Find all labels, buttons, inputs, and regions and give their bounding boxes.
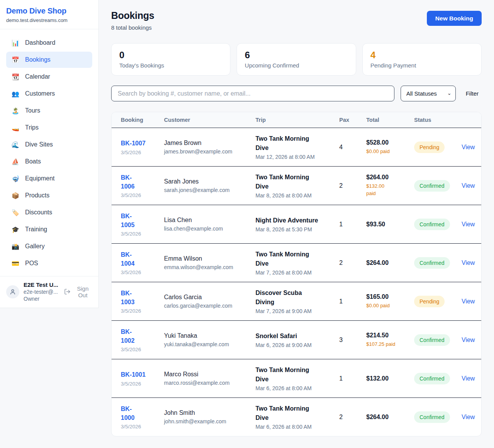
sidebar-item-label: Dashboard (25, 39, 55, 46)
customer-name: Lisa Chen (164, 217, 250, 224)
total-amount: $264.00 (366, 414, 409, 421)
customer-email: emma.wilson@example.com (164, 264, 250, 270)
page-header: Bookings 8 total bookings New Booking (111, 10, 482, 31)
new-booking-button[interactable]: New Booking (427, 11, 482, 26)
customer-email: yuki.tanaka@example.com (164, 341, 250, 347)
column-header-status: Status (414, 117, 462, 123)
trip-datetime: Mar 6, 2026 at 8:00 AM (255, 385, 334, 391)
booking-id-link[interactable]: BK- 1003 (121, 289, 135, 307)
sidebar-item-training[interactable]: 🎓Training (6, 221, 92, 237)
bookings-icon: 📅 (12, 56, 19, 64)
trip-datetime: Mar 12, 2026 at 8:00 AM (255, 154, 334, 160)
sidebar-item-label: Trips (25, 124, 39, 131)
customer-email: james.brown@example.com (164, 148, 250, 155)
filter-row: All Statuses ⌄ Filter (111, 86, 482, 101)
view-link[interactable]: View (462, 182, 475, 189)
tours-icon: 🏝️ (12, 107, 19, 115)
sidebar-item-trips[interactable]: 🚤Trips (6, 120, 92, 136)
view-link[interactable]: View (462, 259, 475, 266)
pos-icon: 💳 (12, 260, 19, 267)
user-name: E2E Test U... (24, 281, 60, 288)
customer-email: sarah.jones@example.com (164, 187, 250, 193)
booking-id-link[interactable]: BK- 1002 (121, 327, 135, 345)
sign-out-icon (64, 288, 71, 295)
table-header: Booking Customer Trip Pax Total Status (112, 112, 481, 128)
pax-count: 2 (339, 414, 366, 421)
view-link[interactable]: View (462, 337, 475, 343)
total-amount: $264.00 (366, 259, 409, 266)
trip-datetime: Mar 6, 2026 at 8:00 AM (255, 424, 334, 430)
shop-header: Demo Dive Shop demo.test.divestreams.com (0, 0, 98, 29)
sidebar-item-customers[interactable]: 👥Customers (6, 86, 92, 102)
stat-label: Upcoming Confirmed (245, 62, 348, 69)
booking-date: 3/5/2026 (121, 192, 159, 198)
bookings-table: Booking Customer Trip Pax Total Status B… (111, 112, 482, 436)
customer-name: Yuki Tanaka (164, 332, 250, 339)
stat-card-todays-bookings: 0 Today's Bookings (111, 43, 230, 76)
view-link[interactable]: View (462, 221, 475, 227)
main-content: Bookings 8 total bookings New Booking 0 … (99, 0, 494, 436)
stat-card-pending-payment: 4 Pending Payment (362, 43, 482, 76)
customer-name: Carlos Garcia (164, 294, 250, 301)
sidebar-item-label: Boats (25, 158, 41, 165)
column-header-booking: Booking (121, 117, 164, 123)
shop-domain: demo.test.divestreams.com (6, 17, 92, 23)
booking-id-link[interactable]: BK-1007 (121, 139, 145, 148)
paid-amount: $0.00 paid (366, 302, 409, 310)
trip-name: Two Tank Morning Dive (255, 365, 334, 384)
sidebar-item-products[interactable]: 📦Products (6, 187, 92, 204)
customer-name: Marco Rossi (164, 371, 250, 378)
booking-id-link[interactable]: BK- 1005 (121, 212, 135, 229)
training-icon: 🎓 (12, 226, 19, 233)
view-link[interactable]: View (462, 144, 475, 150)
sidebar-item-calendar[interactable]: 📆Calendar (6, 69, 92, 85)
pax-count: 2 (339, 182, 366, 189)
trip-name: Two Tank Morning Dive (255, 250, 334, 268)
sign-out-label: Sign Out (73, 285, 92, 298)
booking-id-link[interactable]: BK- 1004 (121, 250, 135, 268)
customer-email: carlos.garcia@example.com (164, 303, 250, 309)
trip-name: Two Tank Morning Dive (255, 134, 334, 153)
avatar (6, 285, 19, 298)
pax-count: 1 (339, 221, 366, 228)
pax-count: 1 (339, 298, 366, 305)
booking-id-link[interactable]: BK- 1006 (121, 173, 135, 191)
products-icon: 📦 (12, 192, 19, 199)
view-link[interactable]: View (462, 414, 475, 420)
view-link[interactable]: View (462, 298, 475, 305)
dive-sites-icon: 🌊 (12, 141, 19, 148)
view-link[interactable]: View (462, 375, 475, 382)
stat-value: 0 (119, 50, 222, 60)
status-filter-select[interactable]: All Statuses (401, 86, 456, 101)
trip-datetime: Mar 8, 2026 at 8:00 AM (255, 192, 334, 199)
sidebar-item-equipment[interactable]: 🤿Equipment (6, 170, 92, 187)
sidebar-item-discounts[interactable]: 🏷️Discounts (6, 204, 92, 221)
sidebar-item-tours[interactable]: 🏝️Tours (6, 103, 92, 119)
stat-label: Today's Bookings (119, 62, 222, 69)
sidebar-item-dashboard[interactable]: 📊Dashboard (6, 35, 92, 51)
trip-datetime: Mar 7, 2026 at 9:00 AM (255, 308, 334, 314)
booking-date: 3/5/2026 (121, 231, 159, 237)
customer-name: James Brown (164, 140, 250, 147)
sidebar-item-label: Gallery (25, 243, 45, 250)
sidebar: Demo Dive Shop demo.test.divestreams.com… (0, 0, 99, 308)
sidebar-item-boats[interactable]: ⛵Boats (6, 153, 92, 170)
trip-name: Two Tank Morning Dive (255, 173, 334, 191)
sidebar-item-dive-sites[interactable]: 🌊Dive Sites (6, 136, 92, 153)
customer-name: John Smith (164, 409, 250, 416)
shop-name: Demo Dive Shop (6, 7, 92, 15)
booking-id-link[interactable]: BK-1001 (121, 370, 145, 379)
booking-id-link[interactable]: BK- 1000 (121, 404, 135, 422)
filter-button[interactable]: Filter (466, 90, 479, 97)
table-row: BK- 10063/5/2026 Sarah Jonessarah.jones@… (112, 166, 481, 205)
sign-out-button[interactable]: Sign Out (64, 285, 92, 298)
user-info: E2E Test U... e2e-tester@... Owner (24, 281, 60, 302)
user-section: E2E Test U... e2e-tester@... Owner Sign … (0, 276, 98, 308)
sidebar-item-pos[interactable]: 💳POS (6, 255, 92, 271)
status-filter: All Statuses ⌄ (401, 86, 456, 101)
sidebar-item-gallery[interactable]: 📸Gallery (6, 238, 92, 254)
user-email: e2e-tester@... (24, 289, 60, 295)
pax-count: 4 (339, 144, 366, 151)
search-input[interactable] (111, 86, 394, 101)
sidebar-item-bookings[interactable]: 📅Bookings (6, 52, 92, 68)
